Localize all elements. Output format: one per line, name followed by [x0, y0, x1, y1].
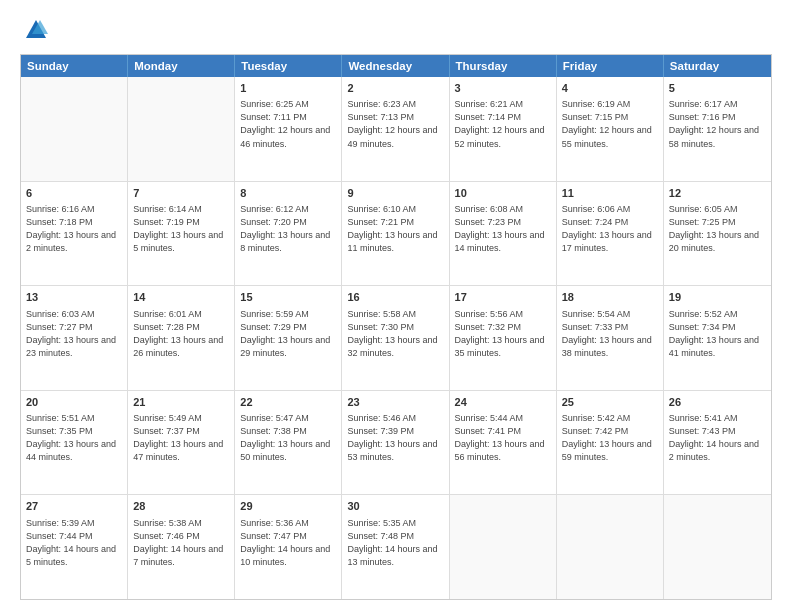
calendar-cell: 23Sunrise: 5:46 AM Sunset: 7:39 PM Dayli… — [342, 391, 449, 495]
calendar-cell: 7Sunrise: 6:14 AM Sunset: 7:19 PM Daylig… — [128, 182, 235, 286]
calendar-cell — [450, 495, 557, 599]
day-content: Sunrise: 5:58 AM Sunset: 7:30 PM Dayligh… — [347, 308, 443, 360]
day-content: Sunrise: 5:59 AM Sunset: 7:29 PM Dayligh… — [240, 308, 336, 360]
calendar-cell: 14Sunrise: 6:01 AM Sunset: 7:28 PM Dayli… — [128, 286, 235, 390]
day-number: 16 — [347, 290, 443, 305]
day-content: Sunrise: 5:36 AM Sunset: 7:47 PM Dayligh… — [240, 517, 336, 569]
header-day-saturday: Saturday — [664, 55, 771, 77]
day-content: Sunrise: 5:38 AM Sunset: 7:46 PM Dayligh… — [133, 517, 229, 569]
day-content: Sunrise: 6:21 AM Sunset: 7:14 PM Dayligh… — [455, 98, 551, 150]
day-number: 3 — [455, 81, 551, 96]
day-content: Sunrise: 5:54 AM Sunset: 7:33 PM Dayligh… — [562, 308, 658, 360]
day-number: 17 — [455, 290, 551, 305]
day-number: 8 — [240, 186, 336, 201]
logo-icon — [22, 16, 50, 44]
calendar-row-4: 27Sunrise: 5:39 AM Sunset: 7:44 PM Dayli… — [21, 495, 771, 599]
calendar-cell: 20Sunrise: 5:51 AM Sunset: 7:35 PM Dayli… — [21, 391, 128, 495]
calendar-cell: 1Sunrise: 6:25 AM Sunset: 7:11 PM Daylig… — [235, 77, 342, 181]
day-content: Sunrise: 5:42 AM Sunset: 7:42 PM Dayligh… — [562, 412, 658, 464]
calendar-body: 1Sunrise: 6:25 AM Sunset: 7:11 PM Daylig… — [21, 77, 771, 599]
header-day-thursday: Thursday — [450, 55, 557, 77]
calendar-cell: 2Sunrise: 6:23 AM Sunset: 7:13 PM Daylig… — [342, 77, 449, 181]
day-content: Sunrise: 6:25 AM Sunset: 7:11 PM Dayligh… — [240, 98, 336, 150]
calendar-row-2: 13Sunrise: 6:03 AM Sunset: 7:27 PM Dayli… — [21, 286, 771, 391]
day-number: 10 — [455, 186, 551, 201]
day-number: 4 — [562, 81, 658, 96]
day-content: Sunrise: 6:06 AM Sunset: 7:24 PM Dayligh… — [562, 203, 658, 255]
calendar-cell — [21, 77, 128, 181]
calendar-cell: 19Sunrise: 5:52 AM Sunset: 7:34 PM Dayli… — [664, 286, 771, 390]
day-number: 19 — [669, 290, 766, 305]
calendar-cell: 17Sunrise: 5:56 AM Sunset: 7:32 PM Dayli… — [450, 286, 557, 390]
day-content: Sunrise: 5:39 AM Sunset: 7:44 PM Dayligh… — [26, 517, 122, 569]
calendar-cell: 24Sunrise: 5:44 AM Sunset: 7:41 PM Dayli… — [450, 391, 557, 495]
header-day-tuesday: Tuesday — [235, 55, 342, 77]
calendar-header: SundayMondayTuesdayWednesdayThursdayFrid… — [21, 55, 771, 77]
calendar-row-3: 20Sunrise: 5:51 AM Sunset: 7:35 PM Dayli… — [21, 391, 771, 496]
day-content: Sunrise: 6:03 AM Sunset: 7:27 PM Dayligh… — [26, 308, 122, 360]
calendar-cell — [664, 495, 771, 599]
day-number: 25 — [562, 395, 658, 410]
day-content: Sunrise: 5:35 AM Sunset: 7:48 PM Dayligh… — [347, 517, 443, 569]
calendar-cell: 13Sunrise: 6:03 AM Sunset: 7:27 PM Dayli… — [21, 286, 128, 390]
calendar-cell: 11Sunrise: 6:06 AM Sunset: 7:24 PM Dayli… — [557, 182, 664, 286]
logo — [20, 16, 50, 44]
day-number: 14 — [133, 290, 229, 305]
day-number: 5 — [669, 81, 766, 96]
day-number: 2 — [347, 81, 443, 96]
calendar-cell: 18Sunrise: 5:54 AM Sunset: 7:33 PM Dayli… — [557, 286, 664, 390]
calendar-cell: 12Sunrise: 6:05 AM Sunset: 7:25 PM Dayli… — [664, 182, 771, 286]
day-number: 18 — [562, 290, 658, 305]
day-content: Sunrise: 5:44 AM Sunset: 7:41 PM Dayligh… — [455, 412, 551, 464]
calendar-row-1: 6Sunrise: 6:16 AM Sunset: 7:18 PM Daylig… — [21, 182, 771, 287]
calendar-cell: 25Sunrise: 5:42 AM Sunset: 7:42 PM Dayli… — [557, 391, 664, 495]
day-number: 29 — [240, 499, 336, 514]
calendar-cell: 8Sunrise: 6:12 AM Sunset: 7:20 PM Daylig… — [235, 182, 342, 286]
header-day-friday: Friday — [557, 55, 664, 77]
day-content: Sunrise: 6:10 AM Sunset: 7:21 PM Dayligh… — [347, 203, 443, 255]
day-content: Sunrise: 6:08 AM Sunset: 7:23 PM Dayligh… — [455, 203, 551, 255]
calendar-cell: 3Sunrise: 6:21 AM Sunset: 7:14 PM Daylig… — [450, 77, 557, 181]
day-content: Sunrise: 5:49 AM Sunset: 7:37 PM Dayligh… — [133, 412, 229, 464]
day-number: 11 — [562, 186, 658, 201]
calendar-cell: 5Sunrise: 6:17 AM Sunset: 7:16 PM Daylig… — [664, 77, 771, 181]
calendar-cell: 10Sunrise: 6:08 AM Sunset: 7:23 PM Dayli… — [450, 182, 557, 286]
day-content: Sunrise: 6:17 AM Sunset: 7:16 PM Dayligh… — [669, 98, 766, 150]
calendar: SundayMondayTuesdayWednesdayThursdayFrid… — [20, 54, 772, 600]
day-number: 30 — [347, 499, 443, 514]
day-content: Sunrise: 6:19 AM Sunset: 7:15 PM Dayligh… — [562, 98, 658, 150]
day-content: Sunrise: 5:56 AM Sunset: 7:32 PM Dayligh… — [455, 308, 551, 360]
calendar-cell: 28Sunrise: 5:38 AM Sunset: 7:46 PM Dayli… — [128, 495, 235, 599]
calendar-cell: 27Sunrise: 5:39 AM Sunset: 7:44 PM Dayli… — [21, 495, 128, 599]
day-number: 26 — [669, 395, 766, 410]
calendar-cell: 6Sunrise: 6:16 AM Sunset: 7:18 PM Daylig… — [21, 182, 128, 286]
calendar-cell — [557, 495, 664, 599]
day-number: 24 — [455, 395, 551, 410]
header-day-monday: Monday — [128, 55, 235, 77]
day-number: 22 — [240, 395, 336, 410]
day-number: 7 — [133, 186, 229, 201]
calendar-cell: 22Sunrise: 5:47 AM Sunset: 7:38 PM Dayli… — [235, 391, 342, 495]
day-content: Sunrise: 5:52 AM Sunset: 7:34 PM Dayligh… — [669, 308, 766, 360]
day-number: 20 — [26, 395, 122, 410]
header-day-sunday: Sunday — [21, 55, 128, 77]
calendar-cell: 30Sunrise: 5:35 AM Sunset: 7:48 PM Dayli… — [342, 495, 449, 599]
calendar-cell: 16Sunrise: 5:58 AM Sunset: 7:30 PM Dayli… — [342, 286, 449, 390]
day-content: Sunrise: 5:51 AM Sunset: 7:35 PM Dayligh… — [26, 412, 122, 464]
day-content: Sunrise: 6:16 AM Sunset: 7:18 PM Dayligh… — [26, 203, 122, 255]
day-number: 28 — [133, 499, 229, 514]
calendar-cell: 9Sunrise: 6:10 AM Sunset: 7:21 PM Daylig… — [342, 182, 449, 286]
calendar-cell — [128, 77, 235, 181]
day-number: 6 — [26, 186, 122, 201]
calendar-cell: 21Sunrise: 5:49 AM Sunset: 7:37 PM Dayli… — [128, 391, 235, 495]
calendar-cell: 29Sunrise: 5:36 AM Sunset: 7:47 PM Dayli… — [235, 495, 342, 599]
calendar-cell: 26Sunrise: 5:41 AM Sunset: 7:43 PM Dayli… — [664, 391, 771, 495]
day-number: 12 — [669, 186, 766, 201]
day-number: 27 — [26, 499, 122, 514]
day-number: 13 — [26, 290, 122, 305]
day-content: Sunrise: 5:41 AM Sunset: 7:43 PM Dayligh… — [669, 412, 766, 464]
day-number: 15 — [240, 290, 336, 305]
day-content: Sunrise: 6:05 AM Sunset: 7:25 PM Dayligh… — [669, 203, 766, 255]
day-content: Sunrise: 6:01 AM Sunset: 7:28 PM Dayligh… — [133, 308, 229, 360]
calendar-cell: 15Sunrise: 5:59 AM Sunset: 7:29 PM Dayli… — [235, 286, 342, 390]
